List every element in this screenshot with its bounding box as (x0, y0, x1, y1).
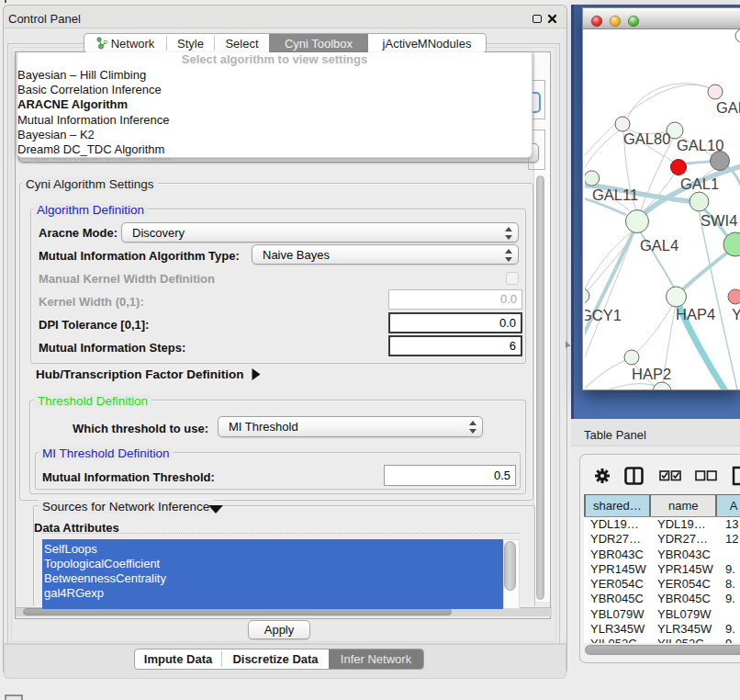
svg-text:GAL80: GAL80 (623, 130, 670, 147)
svg-text:HAP2: HAP2 (632, 366, 671, 382)
svg-text:YJ: YJ (732, 306, 740, 322)
svg-text:GAL4: GAL4 (640, 237, 678, 254)
svg-text:GAL10: GAL10 (677, 137, 723, 153)
svg-text:HAP4: HAP4 (676, 306, 715, 322)
svg-text:GCY1: GCY1 (585, 307, 622, 323)
svg-text:GAL1: GAL1 (680, 175, 719, 192)
svg-text:GAL2: GAL2 (716, 99, 740, 116)
svg-text:GAL11: GAL11 (592, 186, 638, 203)
svg-text:SWI4: SWI4 (701, 212, 737, 229)
